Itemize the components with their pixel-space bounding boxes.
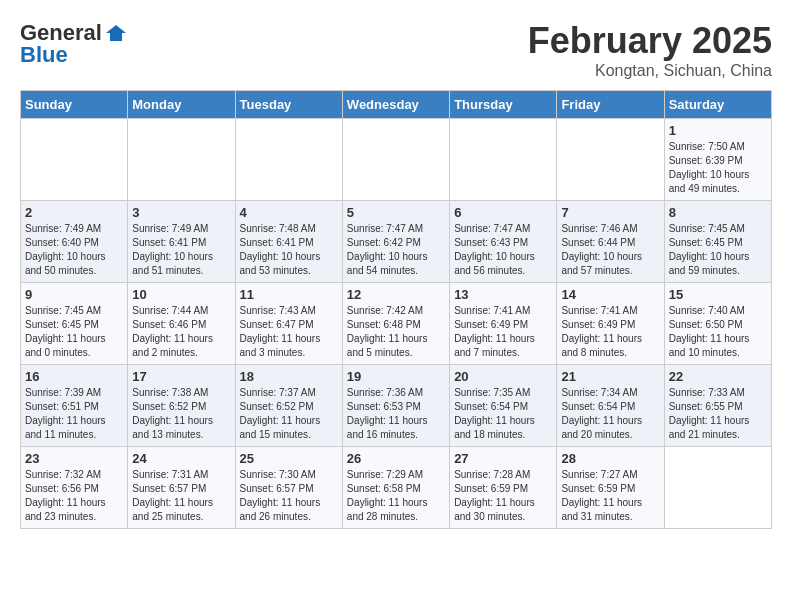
day-number: 22 [669,369,767,384]
day-number: 14 [561,287,659,302]
calendar-cell: 2Sunrise: 7:49 AM Sunset: 6:40 PM Daylig… [21,201,128,283]
day-info: Sunrise: 7:41 AM Sunset: 6:49 PM Dayligh… [561,304,659,360]
day-number: 13 [454,287,552,302]
calendar-cell: 4Sunrise: 7:48 AM Sunset: 6:41 PM Daylig… [235,201,342,283]
calendar-week-row: 2Sunrise: 7:49 AM Sunset: 6:40 PM Daylig… [21,201,772,283]
day-number: 24 [132,451,230,466]
calendar-cell: 17Sunrise: 7:38 AM Sunset: 6:52 PM Dayli… [128,365,235,447]
month-title: February 2025 [528,20,772,62]
svg-marker-0 [106,25,126,41]
day-info: Sunrise: 7:47 AM Sunset: 6:43 PM Dayligh… [454,222,552,278]
calendar-cell [557,119,664,201]
day-info: Sunrise: 7:34 AM Sunset: 6:54 PM Dayligh… [561,386,659,442]
day-number: 1 [669,123,767,138]
calendar-cell [235,119,342,201]
day-info: Sunrise: 7:45 AM Sunset: 6:45 PM Dayligh… [669,222,767,278]
day-info: Sunrise: 7:46 AM Sunset: 6:44 PM Dayligh… [561,222,659,278]
day-number: 19 [347,369,445,384]
day-number: 7 [561,205,659,220]
day-number: 12 [347,287,445,302]
logo-blue-text: Blue [20,42,68,68]
day-number: 6 [454,205,552,220]
day-info: Sunrise: 7:44 AM Sunset: 6:46 PM Dayligh… [132,304,230,360]
title-block: February 2025 Kongtan, Sichuan, China [528,20,772,80]
calendar-cell: 8Sunrise: 7:45 AM Sunset: 6:45 PM Daylig… [664,201,771,283]
calendar-cell: 10Sunrise: 7:44 AM Sunset: 6:46 PM Dayli… [128,283,235,365]
day-number: 5 [347,205,445,220]
weekday-header: Friday [557,91,664,119]
weekday-header: Thursday [450,91,557,119]
calendar-cell: 26Sunrise: 7:29 AM Sunset: 6:58 PM Dayli… [342,447,449,529]
day-info: Sunrise: 7:38 AM Sunset: 6:52 PM Dayligh… [132,386,230,442]
day-info: Sunrise: 7:49 AM Sunset: 6:40 PM Dayligh… [25,222,123,278]
day-number: 23 [25,451,123,466]
day-info: Sunrise: 7:49 AM Sunset: 6:41 PM Dayligh… [132,222,230,278]
logo: General Blue [20,20,128,68]
day-info: Sunrise: 7:27 AM Sunset: 6:59 PM Dayligh… [561,468,659,524]
day-number: 21 [561,369,659,384]
calendar-week-row: 16Sunrise: 7:39 AM Sunset: 6:51 PM Dayli… [21,365,772,447]
day-number: 16 [25,369,123,384]
logo-icon [104,21,128,45]
day-number: 4 [240,205,338,220]
calendar-cell [342,119,449,201]
calendar-week-row: 9Sunrise: 7:45 AM Sunset: 6:45 PM Daylig… [21,283,772,365]
day-number: 28 [561,451,659,466]
day-number: 10 [132,287,230,302]
calendar-cell [664,447,771,529]
day-info: Sunrise: 7:43 AM Sunset: 6:47 PM Dayligh… [240,304,338,360]
day-info: Sunrise: 7:45 AM Sunset: 6:45 PM Dayligh… [25,304,123,360]
calendar-header-row: SundayMondayTuesdayWednesdayThursdayFrid… [21,91,772,119]
calendar-week-row: 1Sunrise: 7:50 AM Sunset: 6:39 PM Daylig… [21,119,772,201]
calendar-cell [450,119,557,201]
calendar-cell [128,119,235,201]
calendar-cell: 6Sunrise: 7:47 AM Sunset: 6:43 PM Daylig… [450,201,557,283]
calendar-table: SundayMondayTuesdayWednesdayThursdayFrid… [20,90,772,529]
weekday-header: Sunday [21,91,128,119]
day-info: Sunrise: 7:40 AM Sunset: 6:50 PM Dayligh… [669,304,767,360]
calendar-cell: 25Sunrise: 7:30 AM Sunset: 6:57 PM Dayli… [235,447,342,529]
day-info: Sunrise: 7:47 AM Sunset: 6:42 PM Dayligh… [347,222,445,278]
calendar-cell: 1Sunrise: 7:50 AM Sunset: 6:39 PM Daylig… [664,119,771,201]
calendar-cell: 28Sunrise: 7:27 AM Sunset: 6:59 PM Dayli… [557,447,664,529]
calendar-cell: 9Sunrise: 7:45 AM Sunset: 6:45 PM Daylig… [21,283,128,365]
day-info: Sunrise: 7:48 AM Sunset: 6:41 PM Dayligh… [240,222,338,278]
weekday-header: Tuesday [235,91,342,119]
day-number: 11 [240,287,338,302]
day-info: Sunrise: 7:28 AM Sunset: 6:59 PM Dayligh… [454,468,552,524]
day-number: 8 [669,205,767,220]
calendar-cell [21,119,128,201]
calendar-cell: 11Sunrise: 7:43 AM Sunset: 6:47 PM Dayli… [235,283,342,365]
day-info: Sunrise: 7:39 AM Sunset: 6:51 PM Dayligh… [25,386,123,442]
day-info: Sunrise: 7:35 AM Sunset: 6:54 PM Dayligh… [454,386,552,442]
calendar-cell: 14Sunrise: 7:41 AM Sunset: 6:49 PM Dayli… [557,283,664,365]
calendar-cell: 12Sunrise: 7:42 AM Sunset: 6:48 PM Dayli… [342,283,449,365]
day-info: Sunrise: 7:41 AM Sunset: 6:49 PM Dayligh… [454,304,552,360]
day-number: 20 [454,369,552,384]
day-info: Sunrise: 7:30 AM Sunset: 6:57 PM Dayligh… [240,468,338,524]
calendar-cell: 3Sunrise: 7:49 AM Sunset: 6:41 PM Daylig… [128,201,235,283]
calendar-cell: 27Sunrise: 7:28 AM Sunset: 6:59 PM Dayli… [450,447,557,529]
weekday-header: Monday [128,91,235,119]
calendar-cell: 21Sunrise: 7:34 AM Sunset: 6:54 PM Dayli… [557,365,664,447]
day-number: 3 [132,205,230,220]
page-header: General Blue February 2025 Kongtan, Sich… [20,20,772,80]
calendar-cell: 19Sunrise: 7:36 AM Sunset: 6:53 PM Dayli… [342,365,449,447]
day-info: Sunrise: 7:50 AM Sunset: 6:39 PM Dayligh… [669,140,767,196]
weekday-header: Saturday [664,91,771,119]
day-info: Sunrise: 7:37 AM Sunset: 6:52 PM Dayligh… [240,386,338,442]
day-info: Sunrise: 7:29 AM Sunset: 6:58 PM Dayligh… [347,468,445,524]
calendar-cell: 7Sunrise: 7:46 AM Sunset: 6:44 PM Daylig… [557,201,664,283]
day-info: Sunrise: 7:32 AM Sunset: 6:56 PM Dayligh… [25,468,123,524]
location: Kongtan, Sichuan, China [528,62,772,80]
calendar-cell: 22Sunrise: 7:33 AM Sunset: 6:55 PM Dayli… [664,365,771,447]
day-info: Sunrise: 7:31 AM Sunset: 6:57 PM Dayligh… [132,468,230,524]
calendar-cell: 13Sunrise: 7:41 AM Sunset: 6:49 PM Dayli… [450,283,557,365]
calendar-cell: 16Sunrise: 7:39 AM Sunset: 6:51 PM Dayli… [21,365,128,447]
day-info: Sunrise: 7:42 AM Sunset: 6:48 PM Dayligh… [347,304,445,360]
day-number: 26 [347,451,445,466]
calendar-cell: 5Sunrise: 7:47 AM Sunset: 6:42 PM Daylig… [342,201,449,283]
weekday-header: Wednesday [342,91,449,119]
calendar-cell: 23Sunrise: 7:32 AM Sunset: 6:56 PM Dayli… [21,447,128,529]
day-number: 17 [132,369,230,384]
